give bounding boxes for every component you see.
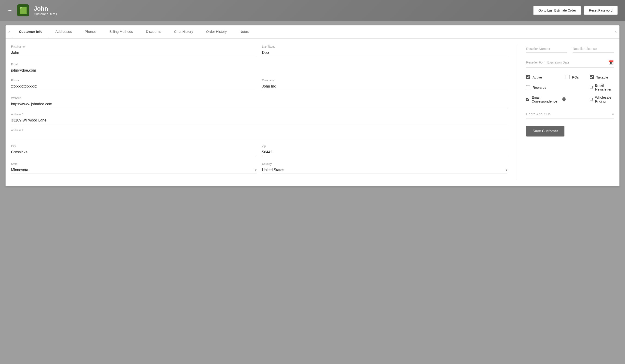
state-country-row: State Minnesota Wisconsin Iowa Illinois … [11,162,507,178]
email-newsletter-checkbox[interactable] [590,85,593,89]
tab-phones[interactable]: Phones [78,26,103,38]
country-select-wrap: United States Canada Mexico ▾ [262,167,508,173]
address2-field: Address 2 [11,129,507,140]
checkbox-email-newsletter: Email Newsletter [590,83,614,91]
checkbox-pos: POs [565,75,590,79]
page-header: ← 🟩 John Customer Detail Go to Last Esti… [0,0,625,21]
left-form: First Name Last Name Email Ph [11,45,517,180]
right-form: 📅 Active POs Taxable [517,45,614,180]
checkboxes-grid: Active POs Taxable Rewards [526,75,614,103]
app-icon: 🟩 [17,4,29,16]
zip-input[interactable] [262,149,508,156]
country-label: Country [262,162,508,166]
state-select[interactable]: Minnesota Wisconsin Iowa Illinois Michig… [11,167,256,173]
tab-nav-right[interactable]: › [613,26,620,38]
header-title: John Customer Detail [34,5,57,16]
email-label: Email [11,63,507,66]
taxable-label: Taxable [596,75,608,79]
reseller-license-field [573,45,614,53]
last-name-input[interactable] [262,49,508,56]
first-name-label: First Name [11,45,256,48]
tab-customer-info[interactable]: Customer Info [12,26,49,38]
first-name-field: First Name [11,45,256,56]
zip-label: Zip [262,144,508,148]
email-correspondence-info-icon[interactable]: i [562,97,565,101]
address2-label: Address 2 [11,129,507,132]
reseller-date-row: 📅 [526,59,614,68]
pos-label: POs [572,75,579,79]
email-newsletter-label: Email Newsletter [595,83,614,91]
company-field: Company [262,79,508,90]
reseller-number-input[interactable] [526,45,567,53]
phone-field: Phone [11,79,256,90]
page-subtitle: Customer Detail [34,12,57,16]
email-correspondence-label: Email Correspondence [531,95,559,103]
active-label: Active [532,75,542,79]
city-label: City [11,144,256,148]
tab-panel: ‹ Customer Info Addresses Phones Billing… [5,26,620,186]
phone-input[interactable] [11,83,256,90]
website-field: Website [11,97,507,108]
city-field: City [11,144,256,156]
email-input[interactable] [11,67,507,74]
checkbox-rewards: Rewards [526,83,565,91]
phone-company-row: Phone Company [11,79,507,95]
calendar-icon[interactable]: 📅 [608,59,614,65]
header-actions: Go to Last Estimate Order Reset Password [533,6,618,15]
heard-about-select[interactable]: Heard About Us Google Social Media Frien… [526,110,614,118]
content-area: First Name Last Name Email Ph [5,39,620,186]
company-label: Company [262,79,508,82]
wholesale-pricing-checkbox[interactable] [590,97,593,101]
back-button[interactable]: ← [7,7,12,13]
save-customer-button[interactable]: Save Customer [526,126,564,137]
country-select[interactable]: United States Canada Mexico [262,167,508,173]
pos-checkbox[interactable] [565,75,570,79]
rewards-label: Rewards [532,85,546,89]
zip-field: Zip [262,144,508,156]
state-field: State Minnesota Wisconsin Iowa Illinois … [11,162,256,173]
tab-chat-history[interactable]: Chat History [168,26,200,38]
phone-label: Phone [11,79,256,82]
header-left: ← 🟩 John Customer Detail [7,4,57,16]
reseller-row [526,45,614,53]
city-zip-row: City Zip [11,144,507,161]
address1-label: Address 1 [11,113,507,116]
reseller-number-field [526,45,567,53]
reseller-license-input[interactable] [573,45,614,53]
checkbox-email-correspondence: Email Correspondence i [526,95,565,103]
active-checkbox[interactable] [526,75,530,79]
tab-discounts[interactable]: Discounts [139,26,168,38]
address1-field: Address 1 [11,113,507,124]
main-container: ‹ Customer Info Addresses Phones Billing… [0,21,625,191]
tab-billing-methods[interactable]: Billing Methods [103,26,139,38]
taxable-checkbox[interactable] [590,75,594,79]
tab-nav-left[interactable]: ‹ [5,26,12,38]
email-correspondence-checkbox[interactable] [526,97,529,101]
tab-notes[interactable]: Notes [233,26,255,38]
reset-password-button[interactable]: Reset Password [584,6,618,15]
address2-input[interactable] [11,133,507,140]
state-select-wrap: Minnesota Wisconsin Iowa Illinois Michig… [11,167,256,173]
tab-order-history[interactable]: Order History [200,26,233,38]
name-row: First Name Last Name [11,45,507,61]
heard-about-wrap: Heard About Us Google Social Media Frien… [526,110,614,118]
rewards-checkbox[interactable] [526,85,530,89]
estimate-order-button[interactable]: Go to Last Estimate Order [533,6,581,15]
tabs-bar: ‹ Customer Info Addresses Phones Billing… [5,26,620,39]
checkbox-wholesale-pricing: Wholesale Pricing [590,95,614,103]
email-field: Email [11,63,507,74]
company-input[interactable] [262,83,508,90]
wholesale-pricing-label: Wholesale Pricing [595,95,614,103]
city-input[interactable] [11,149,256,156]
reseller-date-input[interactable] [526,59,608,66]
checkbox-active: Active [526,75,565,79]
address1-input[interactable] [11,117,507,124]
tab-addresses[interactable]: Addresses [49,26,78,38]
country-field: Country United States Canada Mexico ▾ [262,162,508,173]
last-name-field: Last Name [262,45,508,56]
tabs-list: Customer Info Addresses Phones Billing M… [12,26,613,38]
website-input[interactable] [11,101,507,108]
first-name-input[interactable] [11,49,256,56]
checkbox-taxable: Taxable [590,75,614,79]
website-label: Website [11,97,507,100]
